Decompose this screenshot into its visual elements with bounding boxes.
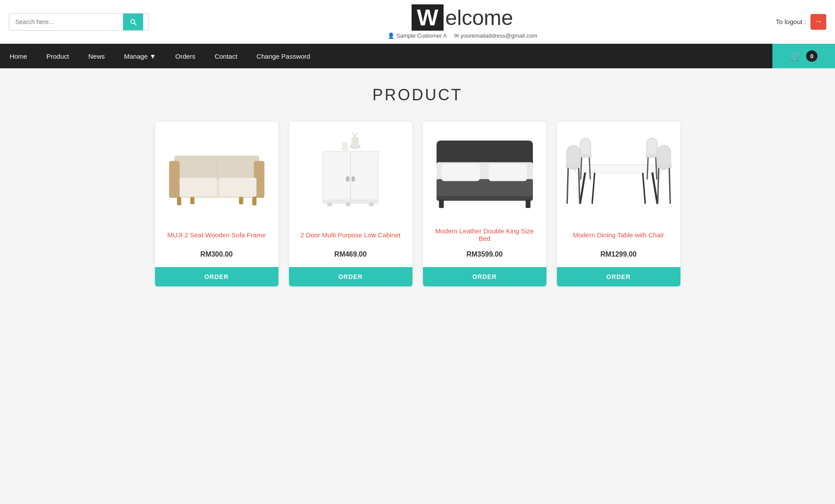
svg-rect-2	[169, 161, 180, 198]
search-button[interactable]	[123, 14, 143, 30]
svg-rect-29	[437, 179, 533, 196]
svg-point-21	[352, 176, 355, 182]
product-price-p4: RM1299.00	[566, 250, 672, 258]
svg-line-54	[655, 158, 656, 179]
navbar: Home Product News Manage ▼ Orders Contac…	[0, 44, 835, 68]
nav-item-contact[interactable]: Contact	[205, 44, 247, 68]
svg-line-37	[592, 173, 595, 203]
search-input[interactable]	[9, 14, 123, 30]
product-name-p1: MUJI 2 Seat Wooden Sofa Frame	[164, 225, 270, 244]
svg-rect-4	[180, 178, 217, 196]
svg-line-49	[581, 158, 581, 179]
cart-icon: 🛒	[790, 50, 802, 62]
order-button-p3[interactable]: ORDER	[423, 267, 546, 286]
user-icon: 👤	[388, 32, 395, 39]
svg-line-53	[647, 158, 648, 179]
svg-line-13	[349, 133, 355, 137]
product-name-p3: Modern Leather Double King Size Bed	[432, 225, 538, 244]
page-title: PRODUCT	[26, 86, 809, 104]
svg-rect-25	[346, 202, 351, 206]
svg-rect-17	[342, 142, 348, 150]
user-name-area: 👤 Sample Customer A	[388, 32, 447, 39]
order-button-p2[interactable]: ORDER	[289, 267, 412, 286]
svg-rect-32	[439, 199, 444, 208]
svg-rect-31	[488, 164, 527, 181]
svg-rect-44	[656, 164, 671, 169]
product-image-cabinet	[298, 130, 404, 218]
order-button-p4[interactable]: ORDER	[557, 267, 680, 286]
cart-area[interactable]: 🛒 0	[772, 44, 835, 68]
nav-item-product[interactable]: Product	[37, 44, 79, 68]
logout-icon: →	[814, 17, 822, 26]
product-image-dining	[566, 130, 672, 218]
nav-item-orders[interactable]: Orders	[166, 44, 205, 68]
svg-rect-9	[239, 197, 243, 204]
svg-rect-5	[219, 178, 257, 196]
svg-rect-7	[252, 197, 257, 205]
svg-line-41	[567, 169, 568, 203]
email-icon: ✉	[454, 32, 459, 39]
svg-rect-6	[177, 197, 181, 205]
search-icon	[129, 18, 137, 26]
svg-rect-8	[190, 197, 194, 204]
product-name-p2: 2 Door Multi Purpose Low Cabinet	[298, 225, 404, 244]
product-price-p1: RM300.00	[164, 250, 270, 258]
nav-items: Home Product News Manage ▼ Orders Contac…	[0, 44, 772, 68]
svg-rect-34	[575, 165, 662, 173]
svg-rect-48	[579, 154, 592, 158]
product-image-sofa	[164, 130, 270, 218]
svg-line-46	[669, 169, 670, 203]
nav-item-home[interactable]: Home	[0, 44, 37, 68]
product-card-p2: 2 Door Multi Purpose Low Cabinet RM469.0…	[289, 122, 412, 286]
product-price-p2: RM469.00	[298, 250, 404, 258]
user-info: 👤 Sample Customer A ✉ youremailaddress@g…	[149, 32, 776, 39]
svg-line-42	[578, 169, 579, 203]
cart-count: 0	[806, 50, 817, 62]
product-price-p3: RM3599.00	[432, 250, 538, 258]
main-content: PRODUCT	[0, 68, 835, 304]
logout-area: To logout : →	[776, 14, 826, 30]
svg-line-38	[643, 173, 645, 203]
chevron-down-icon: ▼	[149, 53, 156, 60]
svg-rect-12	[352, 137, 359, 148]
user-email-area: ✉ youremailaddress@gmail.com	[454, 32, 537, 39]
svg-rect-23	[328, 202, 332, 206]
product-image-bed	[432, 130, 538, 218]
search-bar	[9, 13, 149, 31]
header: W elcome 👤 Sample Customer A ✉ youremail…	[0, 0, 835, 44]
svg-line-50	[589, 158, 590, 179]
logout-label: To logout :	[776, 18, 806, 25]
svg-line-14	[355, 133, 357, 137]
nav-item-news[interactable]: News	[79, 44, 115, 68]
logout-button[interactable]: →	[810, 14, 826, 30]
product-card-p1: MUJI 2 Seat Wooden Sofa Frame RM300.00 O…	[155, 122, 278, 286]
user-email: youremailaddress@gmail.com	[461, 32, 537, 39]
user-name: Sample Customer A	[396, 32, 447, 39]
svg-rect-24	[369, 202, 374, 206]
order-button-p1[interactable]: ORDER	[155, 267, 278, 286]
svg-rect-40	[566, 164, 581, 169]
svg-point-20	[346, 176, 349, 182]
nav-item-change-password[interactable]: Change Password	[247, 44, 320, 68]
product-card-p4: Modern Dining Table with Chair RM1299.00…	[557, 122, 680, 286]
logo-area: W elcome 👤 Sample Customer A ✉ youremail…	[149, 4, 776, 39]
logo-w: W	[412, 4, 444, 31]
product-grid: MUJI 2 Seat Wooden Sofa Frame RM300.00 O…	[155, 122, 680, 286]
product-name-p4: Modern Dining Table with Chair	[566, 225, 672, 244]
svg-rect-33	[525, 199, 530, 208]
svg-line-45	[658, 169, 659, 203]
svg-rect-52	[645, 154, 658, 158]
nav-item-manage[interactable]: Manage ▼	[114, 44, 166, 68]
svg-rect-30	[441, 164, 480, 181]
site-logo: W elcome	[149, 4, 776, 31]
logo-rest: elcome	[445, 6, 513, 30]
product-card-p3: Modern Leather Double King Size Bed RM35…	[423, 122, 546, 286]
